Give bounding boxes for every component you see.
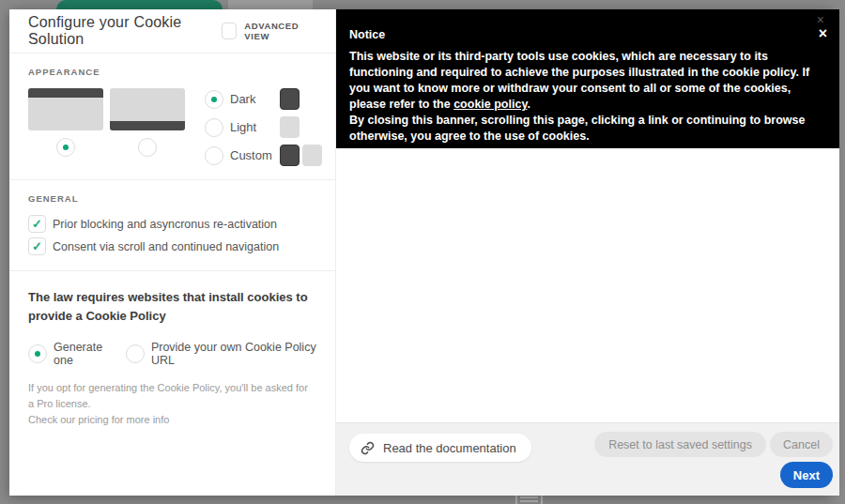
theme-option-dark[interactable]: Dark [205,88,322,110]
banner-bar-bottom [110,121,185,130]
generate-policy-label: Generate one [54,341,114,367]
cookie-policy-link[interactable]: cookie policy [453,98,527,111]
generate-policy-option[interactable]: Generate one [28,341,114,367]
theme-light-label: Light [230,120,280,134]
advanced-view-checkbox[interactable] [222,23,237,39]
pro-license-note: If you opt for generating the Cookie Pol… [28,380,316,428]
cookie-banner-preview: Notice × This website or its third-party… [336,9,839,148]
own-policy-url-radio[interactable] [126,344,145,363]
consent-scroll-checkbox[interactable]: ✓ [28,237,46,255]
appearance-section-label: APPEARANCE [28,67,316,77]
banner-second-line: By closing this banner, scrolling this p… [349,113,826,145]
banner-body: This website or its third-party tools us… [349,49,826,145]
cookie-policy-heading: The law requires websites that install c… [28,288,327,326]
theme-dark-label: Dark [230,92,280,106]
settings-panel: Configure your Cookie Solution ADVANCED … [9,9,336,496]
banner-text-before-link: This website or its third-party tools us… [349,50,809,111]
preview-page-area [336,148,839,422]
banner-position-bottom-thumbnail[interactable] [110,88,185,130]
banner-position-bottom-option [110,88,185,166]
next-button[interactable]: Next [780,462,833,488]
theme-custom-radio[interactable] [205,146,223,165]
theme-option-custom[interactable]: Custom [205,145,322,166]
own-policy-url-label: Provide your own Cookie Policy URL [151,341,316,367]
banner-position-top-option [28,88,103,166]
link-icon [361,441,375,455]
background-page-button-fragment [56,0,223,9]
check-icon: ✓ [32,239,42,253]
check-icon: ✓ [32,217,42,231]
theme-dark-radio[interactable] [205,90,223,109]
general-section-label: GENERAL [28,193,316,204]
cookie-solution-modal: Configure your Cookie Solution ADVANCED … [9,9,832,496]
banner-text-after-link: . [527,98,530,111]
banner-position-top-radio[interactable] [56,138,75,157]
panel-header: Configure your Cookie Solution ADVANCED … [9,9,335,53]
read-documentation-button[interactable]: Read the documentation [349,434,531,462]
own-policy-url-option[interactable]: Provide your own Cookie Policy URL [126,341,316,367]
footer-action-bar: Read the documentation Reset to last sav… [336,422,839,496]
consent-scroll-label: Consent via scroll and continued navigat… [53,240,279,253]
theme-custom-light-swatch[interactable] [302,145,322,166]
theme-custom-dark-swatch[interactable] [280,145,300,166]
preview-panel: × Notice × This website or its third-par… [336,9,839,496]
theme-custom-label: Custom [230,148,280,162]
cookie-policy-section: The law requires websites that install c… [9,271,335,428]
read-documentation-label: Read the documentation [383,441,516,455]
banner-position-top-thumbnail[interactable] [28,88,103,130]
pro-license-note-line1: If you opt for generating the Cookie Pol… [28,380,316,412]
generate-policy-radio[interactable] [28,344,47,363]
cancel-button[interactable]: Cancel [770,432,833,457]
theme-light-swatch [280,116,300,138]
banner-title: Notice [349,28,826,41]
prior-blocking-option[interactable]: ✓ Prior blocking and asyncronus re-activ… [28,215,316,233]
consent-scroll-option[interactable]: ✓ Consent via scroll and continued navig… [28,237,316,255]
theme-option-light[interactable]: Light [205,116,322,138]
pro-license-note-line2: Check our pricing for more info [28,412,316,428]
theme-light-radio[interactable] [205,118,223,137]
prior-blocking-label: Prior blocking and asyncronus re-activat… [53,218,277,231]
banner-position-bottom-radio[interactable] [138,138,157,157]
advanced-view-label: ADVANCED VIEW [244,21,318,41]
theme-dark-swatch [280,88,300,110]
banner-close-icon[interactable]: × [819,26,827,41]
prior-blocking-checkbox[interactable]: ✓ [28,215,46,233]
theme-options: Dark Light Custom [205,88,322,166]
appearance-section: APPEARANCE Dark [9,53,335,180]
advanced-view-toggle[interactable]: ADVANCED VIEW [222,21,318,41]
general-section: GENERAL ✓ Prior blocking and asyncronus … [9,180,335,271]
reset-settings-button[interactable]: Reset to last saved settings [594,432,766,457]
page-title: Configure your Cookie Solution [28,14,222,48]
banner-bar-top [28,88,103,98]
background-page-header-fragment [228,0,313,9]
background-page-widget-fragment [515,496,543,504]
modal-close-icon[interactable]: × [817,13,824,26]
